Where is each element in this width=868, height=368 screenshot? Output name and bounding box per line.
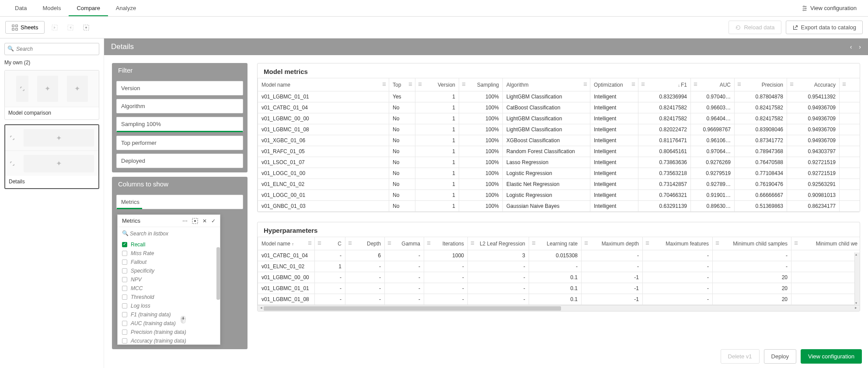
hamburger-icon[interactable]: ☰	[715, 241, 719, 245]
col-version[interactable]: ☰Version	[415, 78, 459, 91]
checkbox-icon[interactable]	[122, 242, 127, 247]
tab-models[interactable]: Models	[35, 0, 69, 16]
selection-forward-icon[interactable]	[65, 22, 76, 33]
view-configuration-link[interactable]: View configuration	[797, 2, 861, 14]
smart-select-icon[interactable]	[80, 22, 92, 33]
listbox-item[interactable]: MCC	[118, 284, 220, 293]
table-row[interactable]: v01_ELNC_01_02No1100%Elastic Net Regress…	[258, 179, 860, 190]
table-row[interactable]: v01_CATBC_01_04-6-100030.015308----	[258, 250, 860, 261]
col-auc[interactable]: ☰AUC	[691, 78, 735, 91]
table-row[interactable]: v01_LOGC_00_01No1100%Logistic Regression…	[258, 190, 860, 201]
export-data-button[interactable]: Export data to catalog	[786, 21, 863, 34]
col-optimization[interactable]: Optimization☰	[590, 78, 638, 91]
listbox-search-input[interactable]	[121, 229, 216, 238]
checkbox-icon[interactable]	[122, 294, 127, 300]
table-row[interactable]: v01_LGBMC_00_00No1100%LightGBM Classific…	[258, 113, 860, 124]
listbox-item[interactable]: NPV	[118, 275, 220, 284]
hamburger-icon[interactable]: ☰	[790, 82, 794, 87]
hamburger-icon[interactable]: ☰	[427, 241, 431, 245]
hamburger-icon[interactable]: ☰	[382, 82, 386, 87]
prev-sheet-icon[interactable]: ‹	[850, 43, 852, 50]
tab-data[interactable]: Data	[7, 0, 35, 16]
listbox-item[interactable]: Fallout	[118, 258, 220, 266]
horizontal-scrollbar[interactable]: ◂ ▸	[258, 305, 860, 311]
col-accuracy[interactable]: ☰Accuracy	[787, 78, 840, 91]
hamburger-icon[interactable]: ☰	[645, 241, 649, 245]
select-tool-icon[interactable]	[192, 218, 198, 224]
view-configuration-button[interactable]: View configuration	[801, 349, 862, 364]
card-model-comparison[interactable]: ✦ ✦ Model comparison	[4, 70, 99, 120]
checkbox-icon[interactable]	[122, 286, 127, 291]
listbox-item[interactable]: Threshold	[118, 293, 220, 301]
checkbox-icon[interactable]	[122, 321, 127, 326]
col-model[interactable]: Model name☰	[258, 78, 389, 91]
table-row[interactable]: v01_LGBMC_01_08-----0.1-1-20-	[258, 294, 860, 305]
next-sheet-icon[interactable]: ›	[859, 43, 861, 50]
checkbox-icon[interactable]	[122, 338, 127, 343]
col-top[interactable]: Top☰	[389, 78, 415, 91]
more-icon[interactable]: ⋯	[182, 218, 188, 224]
hamburger-icon[interactable]: ☰	[308, 241, 312, 245]
col-gamma[interactable]: ☰Gamma	[385, 237, 424, 250]
tab-analyze[interactable]: Analyze	[108, 0, 144, 16]
checkbox-icon[interactable]	[122, 329, 127, 335]
table-row[interactable]: v01_RAFC_01_05No1100%Random Forest Class…	[258, 146, 860, 157]
table-row[interactable]: v01_ELNC_01_021---------	[258, 261, 860, 272]
hamburger-icon[interactable]: ☰	[418, 82, 422, 87]
listbox-item[interactable]: Miss Rate	[118, 249, 220, 258]
hamburger-icon[interactable]: ☰	[631, 82, 635, 87]
table-row[interactable]: v01_LSOC_01_07No1100%Lasso RegressionInt…	[258, 157, 860, 168]
table-row[interactable]: v01_LGBMC_00_00-----0.1-1-20-	[258, 272, 860, 283]
checkbox-icon[interactable]	[122, 303, 127, 308]
listbox-item[interactable]: Log loss	[118, 301, 220, 310]
listbox-item[interactable]: Precision (training data)	[118, 328, 220, 336]
close-icon[interactable]: ✕	[202, 218, 207, 224]
hamburger-icon[interactable]: ☰	[462, 82, 466, 87]
checkbox-icon[interactable]	[122, 251, 127, 256]
listbox-item[interactable]: F1 (training data)	[118, 310, 220, 319]
listbox-item[interactable]: Accuracy (training data)	[118, 336, 220, 344]
search-input[interactable]	[4, 43, 99, 55]
col-f1[interactable]: ☰↓F1	[638, 78, 691, 91]
hamburger-icon[interactable]: ☰	[387, 241, 391, 245]
hamburger-icon[interactable]: ☰	[317, 241, 321, 245]
col-c[interactable]: ☰C	[315, 237, 345, 250]
hamburger-icon[interactable]: ☰	[737, 82, 741, 87]
col-algorithm[interactable]: Algorithm☰	[503, 78, 590, 91]
selection-back-icon[interactable]	[49, 22, 60, 33]
hamburger-icon[interactable]: ☰	[532, 241, 536, 245]
hamburger-icon[interactable]: ☰	[583, 82, 587, 87]
listbox-item[interactable]: AUC (training data)	[118, 319, 220, 328]
col-iter[interactable]: ☰Iterations	[424, 237, 468, 250]
col-lr[interactable]: ☰Learning rate	[529, 237, 582, 250]
col-recall[interactable]: ☰Recall	[840, 78, 860, 91]
checkbox-icon[interactable]	[122, 312, 127, 317]
hamburger-icon[interactable]: ☰	[584, 241, 588, 245]
col-precision[interactable]: ☰Precision	[735, 78, 787, 91]
hamburger-icon[interactable]: ☰	[794, 241, 798, 245]
col-depth[interactable]: ☰Depth	[345, 237, 385, 250]
table-row[interactable]: v01_LGBMC_01_01-----0.1-1-20-	[258, 283, 860, 294]
caret-down-icon[interactable]: ▾	[855, 301, 857, 305]
col-mincw[interactable]: ☰Minimum child we	[791, 237, 860, 250]
hamburger-icon[interactable]: ☰	[471, 241, 474, 245]
caret-up-icon[interactable]: ▴	[855, 252, 857, 256]
hamburger-icon[interactable]: ☰	[408, 82, 412, 87]
filter-top-performer[interactable]: Top performer	[116, 136, 243, 150]
table-row[interactable]: v01_LGBMC_01_01Yes1100%LightGBM Classifi…	[258, 91, 860, 102]
hamburger-icon[interactable]: ☰	[348, 241, 352, 245]
tab-compare[interactable]: Compare	[69, 0, 108, 16]
card-details[interactable]: ✦ ✦ Details	[4, 124, 99, 189]
listbox-item[interactable]: Recall	[118, 240, 220, 249]
sheets-button[interactable]: Sheets	[5, 21, 45, 34]
table-row[interactable]: v01_XGBC_01_06No1100%XGBoost Classificat…	[258, 135, 860, 146]
hamburger-icon[interactable]: ☰	[842, 82, 846, 87]
confirm-icon[interactable]: ✓	[211, 218, 216, 224]
listbox-scrollbar[interactable]	[216, 247, 220, 300]
checkbox-icon[interactable]	[122, 268, 127, 273]
filter-deployed[interactable]: Deployed	[116, 154, 243, 168]
columns-metrics[interactable]: Metrics	[116, 195, 243, 209]
filter-sampling[interactable]: Sampling 100%	[116, 117, 243, 132]
deploy-button[interactable]: Deploy	[764, 349, 796, 364]
col-l2[interactable]: ☰L2 Leaf Regression	[468, 237, 529, 250]
